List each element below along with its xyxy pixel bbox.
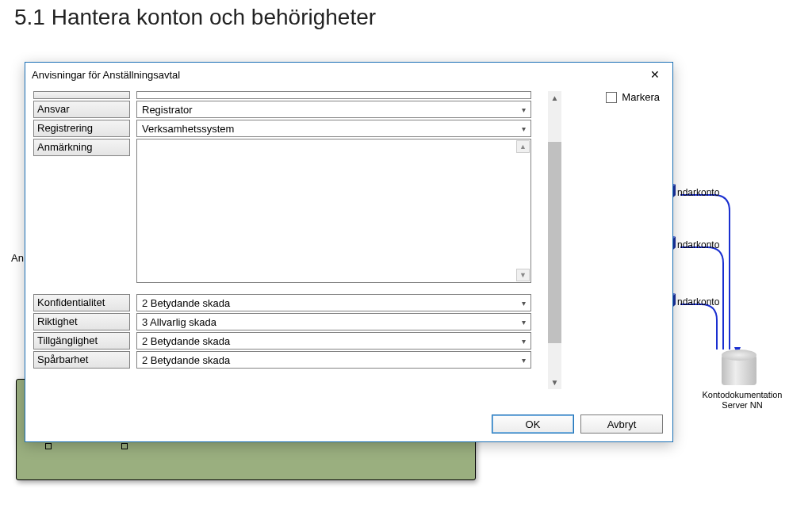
chevron-down-icon: ▾ [522, 337, 526, 346]
markera-row: Markera [606, 91, 660, 103]
label-riktighet: Riktighet [33, 313, 130, 330]
select-value: 2 Betydande skada [142, 335, 230, 347]
dialog-titlebar[interactable]: Anvisningar för Anställningsavtal ✕ [25, 63, 672, 86]
select-value: Verksamhetssystem [142, 123, 234, 135]
close-button[interactable]: ✕ [638, 63, 672, 86]
chevron-down-icon: ▾ [522, 105, 526, 114]
textarea-anmarkning[interactable]: ▲ ▼ [136, 139, 531, 283]
node-label: ndarkonto [677, 239, 719, 250]
form-column: Ansvar Registrator ▾ Registrering Verksa… [33, 91, 531, 370]
select-value: Registrator [142, 104, 193, 116]
label-ansvar: Ansvar [33, 101, 130, 118]
label-anmarkning: Anmärkning [33, 139, 130, 156]
dialog-title: Anvisningar för Anställningsavtal [32, 69, 180, 81]
page-title: 5.1 Hantera konton och behörigheter [0, 0, 812, 30]
label-sparbarhet: Spårbarhet [33, 351, 130, 369]
label-tillganglighet: Tillgänglighet [33, 332, 130, 350]
scroll-down-icon[interactable]: ▼ [516, 269, 530, 281]
select-konfidentialitet[interactable]: 2 Betydande skada ▾ [136, 294, 531, 311]
chevron-down-icon: ▾ [522, 356, 526, 365]
scroll-up-icon[interactable]: ▲ [548, 91, 561, 105]
ok-button[interactable]: OK [492, 414, 574, 434]
select-ansvar[interactable]: Registrator ▾ [136, 101, 531, 118]
select-value: 3 Allvarlig skada [142, 316, 216, 328]
chevron-down-icon: ▾ [522, 124, 526, 133]
blank-field [136, 91, 531, 99]
dialog-scrollbar[interactable]: ▲ ▼ [548, 91, 561, 389]
dialog-footer: OK Avbryt [492, 414, 663, 434]
scroll-down-icon[interactable]: ▼ [548, 376, 561, 389]
checkbox-markera[interactable] [606, 92, 617, 103]
node-label: ndarkonto [677, 296, 719, 308]
dialog-anvisningar: Anvisningar för Anställningsavtal ✕ Ansv… [25, 62, 673, 442]
diagram-accounts: ndarkonto ndarkonto ndarkonto Kontodokum… [658, 171, 809, 425]
node-label: ndarkonto [677, 187, 719, 198]
chevron-down-icon: ▾ [522, 299, 526, 308]
select-sparbarhet[interactable]: 2 Betydande skada ▾ [136, 351, 531, 369]
chevron-down-icon: ▾ [522, 318, 526, 327]
select-value: 2 Betydande skada [142, 354, 230, 366]
database-icon [722, 355, 756, 385]
close-icon: ✕ [650, 68, 660, 81]
markera-label: Markera [622, 91, 660, 103]
scroll-thumb[interactable] [548, 142, 561, 343]
label-konfidentialitet: Konfidentialitet [33, 294, 130, 311]
bg-label-an: An [11, 252, 24, 264]
select-registrering[interactable]: Verksamhetssystem ▾ [136, 120, 531, 137]
select-riktighet[interactable]: 3 Allvarlig skada ▾ [136, 313, 531, 330]
database-label: Kontodokumentation Server NN [695, 390, 790, 411]
blank-label [33, 91, 130, 99]
cancel-button[interactable]: Avbryt [580, 414, 663, 434]
label-registrering: Registrering [33, 120, 130, 137]
select-value: 2 Betydande skada [142, 297, 230, 309]
select-tillganglighet[interactable]: 2 Betydande skada ▾ [136, 332, 531, 350]
scroll-up-icon[interactable]: ▲ [516, 140, 530, 153]
